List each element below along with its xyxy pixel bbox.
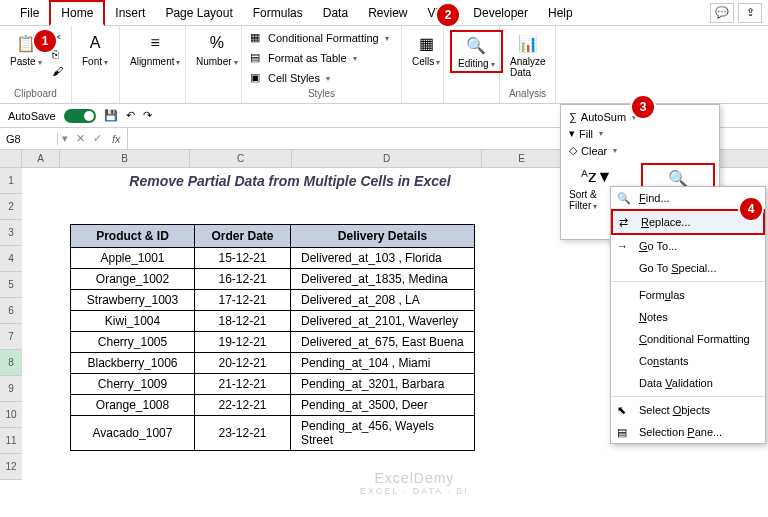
group-cells: ▦Cells <box>402 26 444 103</box>
arrow-right-icon: → <box>617 240 628 252</box>
table-row: Apple_100115-12-21Delivered_at_103 , Flo… <box>71 248 475 269</box>
redo-button[interactable]: ↷ <box>143 109 152 122</box>
fill-button[interactable]: ▾Fill <box>569 127 603 140</box>
table-row: Orange_100216-12-21Delivered_at_1835, Me… <box>71 269 475 290</box>
replace-icon: ⇄ <box>619 216 628 229</box>
table-row: Orange_100822-12-21Pending_at_3500, Deer <box>71 395 475 416</box>
menu-data-validation[interactable]: Data Validation <box>611 372 765 394</box>
find-select-menu: 🔍Find... ⇄Replace... →Go To... Go To Spe… <box>610 186 766 444</box>
editing-button[interactable]: 🔍Editing <box>450 30 503 73</box>
table-row: Kiwi_100418-12-21Delivered_at_2101, Wave… <box>71 311 475 332</box>
autosave-label: AutoSave <box>8 110 56 122</box>
table-header-row: Product & ID Order Date Delivery Details <box>71 225 475 248</box>
font-button[interactable]: AFont <box>78 30 112 69</box>
row-header[interactable]: 9 <box>0 376 22 402</box>
col-header-e[interactable]: E <box>482 150 562 167</box>
autosave-toggle[interactable] <box>64 109 96 123</box>
row-header[interactable]: 6 <box>0 298 22 324</box>
group-editing: 🔍Editing <box>444 26 500 103</box>
row-header[interactable]: 8 <box>0 350 22 376</box>
enter-icon[interactable]: ✓ <box>89 132 106 145</box>
tab-home[interactable]: Home <box>49 0 105 26</box>
group-number: %Number <box>186 26 242 103</box>
alignment-icon: ≡ <box>144 32 166 54</box>
group-label-clipboard: Clipboard <box>6 88 65 101</box>
header-delivery[interactable]: Delivery Details <box>291 225 475 248</box>
table-row: Strawberry_100317-12-21Delivered_at_208 … <box>71 290 475 311</box>
menu-goto-special[interactable]: Go To Special... <box>611 257 765 279</box>
fx-label[interactable]: fx <box>106 133 127 145</box>
menu-cond-formatting[interactable]: Conditional Formatting <box>611 328 765 350</box>
sort-icon: ᴬᴢ▼ <box>586 165 608 187</box>
menu-constants[interactable]: Constants <box>611 350 765 372</box>
clear-button[interactable]: ◇Clear <box>569 144 617 157</box>
table-row: Blackberry_100620-12-21Pending_at_104 , … <box>71 353 475 374</box>
callout-2: 2 <box>437 4 459 26</box>
row-header[interactable]: 1 <box>0 168 22 194</box>
callout-4: 4 <box>740 198 762 220</box>
cond-formatting-button[interactable]: ▦Conditional Formatting <box>248 30 391 46</box>
col-header-b[interactable]: B <box>60 150 190 167</box>
table-row: Cherry_100921-12-21Pending_at_3201, Barb… <box>71 374 475 395</box>
search-icon: 🔍 <box>465 34 487 56</box>
cursor-icon: ⬉ <box>617 404 626 417</box>
comments-icon[interactable]: 💬 <box>710 3 734 23</box>
group-styles: ▦Conditional Formatting ▤Format as Table… <box>242 26 402 103</box>
save-icon[interactable]: 💾 <box>104 109 118 122</box>
undo-button[interactable]: ↶ <box>126 109 135 122</box>
row-header[interactable]: 3 <box>0 220 22 246</box>
cancel-icon[interactable]: ✕ <box>72 132 89 145</box>
table-row: Avacado_100723-12-21Pending_at_456, Waye… <box>71 416 475 451</box>
name-box[interactable]: G8 <box>0 133 58 145</box>
menu-notes[interactable]: Notes <box>611 306 765 328</box>
row-header[interactable]: 2 <box>0 194 22 220</box>
tab-formulas[interactable]: Formulas <box>243 2 313 24</box>
format-as-table-button[interactable]: ▤Format as Table <box>248 50 391 66</box>
tab-data[interactable]: Data <box>313 2 358 24</box>
data-table: Product & ID Order Date Delivery Details… <box>70 224 475 451</box>
menu-select-objects[interactable]: ⬉Select Objects <box>611 399 765 421</box>
tab-review[interactable]: Review <box>358 2 417 24</box>
group-alignment: ≡Alignment <box>120 26 186 103</box>
menu-formulas[interactable]: Formulas <box>611 284 765 306</box>
format-painter-button[interactable]: 🖌 <box>50 64 68 80</box>
col-header-c[interactable]: C <box>190 150 292 167</box>
tab-help[interactable]: Help <box>538 2 583 24</box>
autosum-button[interactable]: ∑AutoSum <box>569 111 636 123</box>
chart-icon: 📊 <box>517 32 539 54</box>
search-icon: 🔍 <box>617 192 631 205</box>
row-header[interactable]: 4 <box>0 246 22 272</box>
tab-page-layout[interactable]: Page Layout <box>155 2 242 24</box>
number-icon: % <box>206 32 228 54</box>
analyze-data-button[interactable]: 📊Analyze Data <box>506 30 550 80</box>
group-font: AFont <box>72 26 120 103</box>
number-button[interactable]: %Number <box>192 30 242 69</box>
col-header-d[interactable]: D <box>292 150 482 167</box>
copy-button[interactable]: ⎘ <box>50 47 68 63</box>
col-header-a[interactable]: A <box>22 150 60 167</box>
name-box-dropdown-icon[interactable]: ▾ <box>58 132 72 145</box>
sheet-title[interactable]: Remove Partial Data from Multiple Cells … <box>60 168 520 194</box>
group-label-analysis: Analysis <box>506 88 549 101</box>
cell-styles-button[interactable]: ▣Cell Styles <box>248 70 391 86</box>
menu-goto[interactable]: →Go To... <box>611 235 765 257</box>
cells-button[interactable]: ▦Cells <box>408 30 444 69</box>
share-icon[interactable]: ⇪ <box>738 3 762 23</box>
table-row: Cherry_100519-12-21Delivered_at_675, Eas… <box>71 332 475 353</box>
header-product[interactable]: Product & ID <box>71 225 195 248</box>
menu-selection-pane[interactable]: ▤Selection Pane... <box>611 421 765 443</box>
pane-icon: ▤ <box>617 426 627 439</box>
tab-insert[interactable]: Insert <box>105 2 155 24</box>
row-header[interactable]: 10 <box>0 402 22 428</box>
header-order[interactable]: Order Date <box>195 225 291 248</box>
group-analysis: 📊Analyze Data Analysis <box>500 26 556 103</box>
row-header[interactable]: 7 <box>0 324 22 350</box>
tab-developer[interactable]: Developer <box>463 2 538 24</box>
row-headers: 1 2 3 4 5 6 7 8 9 10 11 12 <box>0 168 22 480</box>
menu-tabs: File Home Insert Page Layout Formulas Da… <box>0 0 768 26</box>
row-header[interactable]: 5 <box>0 272 22 298</box>
alignment-button[interactable]: ≡Alignment <box>126 30 184 69</box>
row-header[interactable]: 11 <box>0 428 22 454</box>
row-header[interactable]: 12 <box>0 454 22 480</box>
tab-file[interactable]: File <box>10 2 49 24</box>
